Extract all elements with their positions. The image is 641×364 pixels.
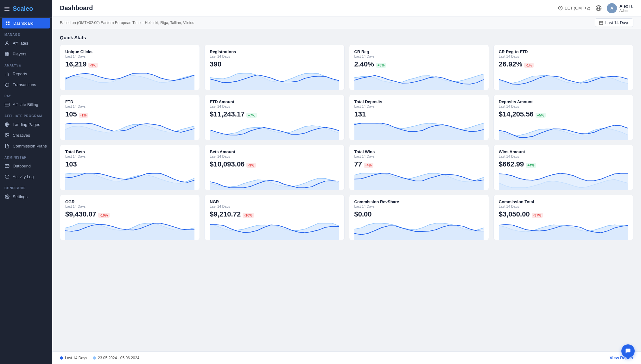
sidebar-item-label: Commission Plans [13, 144, 47, 148]
sidebar-item-commission-plans[interactable]: Commission Plans [0, 141, 52, 151]
stat-period: Last 14 Days [499, 104, 628, 108]
chart-area [210, 171, 339, 190]
chart-area [210, 71, 339, 90]
stat-value-row: $9,210.72 -10% [210, 210, 339, 218]
stat-value-row: 103 [65, 160, 194, 168]
stat-value: $9,430.07 [65, 210, 96, 218]
refresh-icon [4, 82, 10, 87]
stat-period: Last 14 Days [210, 154, 339, 158]
legend-items: Last 14 Days 23.05.2024 - 05.06.2024 [60, 356, 139, 360]
stat-badge: -1% [79, 113, 88, 118]
stat-value: $11,243.17 [210, 110, 244, 118]
topbar-right: EET (GMT+2) A Alex H. Admin [558, 3, 633, 13]
stat-period: Last 14 Days [354, 54, 484, 58]
stat-badge: +7% [246, 113, 257, 118]
dashboard-icon [5, 21, 10, 26]
stat-value-row: 131 [354, 110, 484, 118]
chart-area [499, 71, 628, 90]
stat-value-row: 105 -1% [65, 110, 194, 118]
stat-period: Last 14 Days [210, 54, 339, 58]
stat-period: Last 14 Days [210, 104, 339, 108]
sidebar-item-outbound[interactable]: Outbound [0, 160, 52, 171]
quick-stats-title: Quick Stats [60, 35, 633, 40]
stat-label: CR Reg to FTD [499, 49, 628, 54]
svg-rect-2 [6, 23, 7, 25]
stat-value-row: $0.00 [354, 210, 484, 218]
sidebar-item-affiliates[interactable]: Affiliates [0, 38, 52, 48]
grid-icon [4, 51, 10, 56]
stat-label: Total Bets [65, 149, 194, 154]
stat-card-cr-reg-to-ftd: CR Reg to FTD Last 14 Days 26.92% -1% [493, 45, 633, 90]
stat-value-row: 26.92% -1% [499, 60, 628, 68]
chart-area [499, 171, 628, 190]
image-icon [4, 133, 10, 138]
user-info: Alex H. Admin [619, 4, 633, 12]
stat-value-row: $9,430.07 -10% [65, 210, 194, 218]
stat-card-ggr: GGR Last 14 Days $9,430.07 -10% [60, 195, 200, 240]
sidebar-item-settings[interactable]: Settings [0, 191, 52, 202]
stat-period: Last 14 Days [65, 104, 194, 108]
stat-label: Unique Clicks [65, 49, 194, 54]
stat-value-row: $10,093.06 -9% [210, 160, 339, 168]
sidebar-item-label: Activity Log [13, 174, 34, 179]
stat-value-row: 2.40% +3% [354, 60, 484, 68]
date-range-label: Last 14 Days [605, 20, 629, 25]
page-title: Dashboard [60, 4, 93, 12]
sidebar-item-reports[interactable]: Reports [0, 68, 52, 79]
stat-badge: -10% [98, 213, 110, 218]
stat-label: Bets Amount [210, 149, 339, 154]
sidebar-item-transactions[interactable]: Transactions [0, 79, 52, 90]
chart-area [354, 121, 484, 140]
document-icon [4, 143, 10, 148]
chat-icon [625, 348, 631, 354]
sidebar-section-pay: Pay [0, 90, 52, 99]
sidebar-section-configure: Configure [0, 182, 52, 191]
stat-value: 77 [354, 160, 362, 168]
svg-point-17 [6, 134, 7, 135]
stat-value-row: 77 -4% [354, 160, 484, 168]
stat-badge: -3% [88, 63, 98, 68]
stat-value: 390 [210, 60, 221, 68]
chart-area [499, 121, 628, 140]
stat-value: $3,050.00 [499, 210, 530, 218]
stat-period: Last 14 Days [499, 154, 628, 158]
stat-label: Wins Amount [499, 149, 628, 154]
logo: Scaleo [13, 5, 33, 12]
stat-label: FTD Amount [210, 99, 339, 104]
chat-button[interactable] [621, 344, 635, 358]
legend-label: 23.05.2024 - 05.06.2024 [98, 356, 139, 360]
stat-badge: +4% [526, 163, 536, 168]
person-circle-icon [4, 41, 10, 46]
subbar: Based on (GMT+02:00) Eastern European Ti… [52, 16, 641, 29]
stat-value: $9,210.72 [210, 210, 241, 218]
chart-area [354, 71, 484, 90]
timezone-info: Based on (GMT+02:00) Eastern European Ti… [60, 21, 194, 25]
user-role: Admin [619, 9, 633, 12]
sidebar-nav: Dashboard Manage Affiliates Players Anal… [0, 18, 52, 202]
stat-label: Total Wins [354, 149, 484, 154]
sidebar-item-dashboard[interactable]: Dashboard [2, 18, 50, 28]
stat-label: Deposits Amount [499, 99, 628, 104]
chart-area [210, 221, 339, 240]
svg-rect-23 [600, 21, 603, 25]
stat-value: $662.99 [499, 160, 524, 168]
date-range-button[interactable]: Last 14 Days [595, 18, 633, 27]
stat-label: FTD [65, 99, 194, 104]
sidebar-item-affiliate-billing[interactable]: Affiliate Billing [0, 99, 52, 110]
sidebar-item-players[interactable]: Players [0, 48, 52, 59]
stat-card-ngr: NGR Last 14 Days $9,210.72 -10% [204, 195, 344, 240]
stat-period: Last 14 Days [65, 154, 194, 158]
stat-value: 105 [65, 110, 77, 118]
stat-card-total-deposits: Total Deposits Last 14 Days 131 [349, 95, 489, 140]
stat-badge: +5% [536, 113, 546, 118]
hamburger-icon[interactable] [4, 7, 10, 11]
sidebar-item-landing-pages[interactable]: Landing Pages [0, 119, 52, 130]
sidebar-item-creatives[interactable]: Creatives [0, 130, 52, 141]
clock-icon [4, 174, 10, 179]
svg-rect-6 [7, 52, 9, 53]
sidebar-item-label: Affiliate Billing [13, 102, 38, 107]
sidebar-item-activity-log[interactable]: Activity Log [0, 171, 52, 182]
mail-icon [4, 163, 10, 168]
stat-label: Commission RevShare [354, 199, 484, 204]
user-menu[interactable]: A Alex H. Admin [607, 3, 633, 13]
